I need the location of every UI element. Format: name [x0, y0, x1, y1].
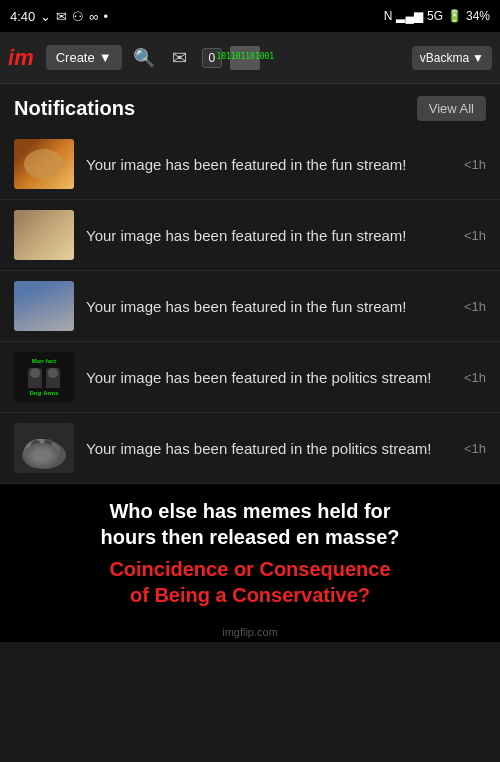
notification-text-2: Your image has been featured in the fun … [86, 225, 452, 246]
status-bar: 4:40 ⌄ ✉ ⚇ ∞ • N ▂▄▆ 5G 🔋 34% [0, 0, 500, 32]
battery-level: 34% [466, 9, 490, 23]
wifi-icon: ⚇ [72, 9, 84, 24]
status-right: N ▂▄▆ 5G 🔋 34% [384, 9, 490, 23]
dots-icon: ∞ [89, 9, 98, 24]
svg-rect-0 [14, 423, 74, 473]
caption-line3: Coincidence or Consequence [109, 558, 390, 580]
notification-item[interactable]: Your image has been featured in the fun … [0, 129, 500, 200]
logo-accent: m [14, 45, 34, 70]
nfc-icon: N [384, 9, 393, 23]
notification-time-5: <1h [464, 441, 486, 456]
dropdown-icon: ⌄ [40, 9, 51, 24]
account-button[interactable]: vBackma ▼ [412, 46, 492, 70]
create-chevron-icon: ▼ [99, 50, 112, 65]
caption-white-text: Who else has memes held for hours then r… [16, 498, 484, 550]
notification-item[interactable]: Your image has been featured in the poli… [0, 413, 500, 484]
notification-thumbnail-1 [14, 139, 74, 189]
caption-line1: Who else has memes held for [109, 500, 390, 522]
nav-bar: im Create ▼ 🔍 ✉ 0 1011 0110 1001 vBackma… [0, 32, 500, 84]
dot-icon: • [104, 9, 109, 24]
watermark: imgflip.com [0, 622, 500, 642]
notification-time-1: <1h [464, 157, 486, 172]
caption-line4: of Being a Conservative? [130, 584, 370, 606]
mail-icon[interactable]: ✉ [166, 44, 194, 72]
pixel-code-icon: 1011 0110 1001 [230, 46, 260, 70]
view-all-button[interactable]: View All [417, 96, 486, 121]
caption-box: Who else has memes held for hours then r… [0, 484, 500, 622]
notification-thumbnail-4: Man fact Dog Arms [14, 352, 74, 402]
network-type: 5G [427, 9, 443, 23]
create-button[interactable]: Create ▼ [46, 45, 122, 70]
notification-thumbnail-5 [14, 423, 74, 473]
notification-text-5: Your image has been featured in the poli… [86, 438, 452, 459]
caption-red-text: Coincidence or Consequence of Being a Co… [16, 556, 484, 608]
battery-icon: 🔋 [447, 9, 462, 23]
notifications-header: Notifications View All [0, 84, 500, 129]
notification-thumbnail-3 [14, 281, 74, 331]
notification-text-4: Your image has been featured in the poli… [86, 367, 452, 388]
status-left: 4:40 ⌄ ✉ ⚇ ∞ • [10, 9, 108, 24]
notification-time-2: <1h [464, 228, 486, 243]
caption-line2: hours then released en masse? [100, 526, 399, 548]
notification-item[interactable]: Man fact Dog Arms Your image has been fe… [0, 342, 500, 413]
signal-bars: ▂▄▆ [396, 9, 423, 23]
account-label: vBackma [420, 51, 469, 65]
message-icon: ✉ [56, 9, 67, 24]
notification-thumbnail-2 [14, 210, 74, 260]
svg-point-4 [31, 440, 41, 450]
search-icon[interactable]: 🔍 [130, 44, 158, 72]
app-logo: im [8, 45, 34, 71]
notification-item[interactable]: Your image has been featured in the fun … [0, 271, 500, 342]
notifications-title: Notifications [14, 97, 135, 120]
svg-point-5 [44, 439, 52, 447]
notification-time-4: <1h [464, 370, 486, 385]
notification-time-3: <1h [464, 299, 486, 314]
create-label: Create [56, 50, 95, 65]
time-display: 4:40 [10, 9, 35, 24]
notification-text-3: Your image has been featured in the fun … [86, 296, 452, 317]
notification-item[interactable]: Your image has been featured in the fun … [0, 200, 500, 271]
account-chevron-icon: ▼ [472, 51, 484, 65]
watermark-text: imgflip.com [222, 626, 278, 638]
notification-text-1: Your image has been featured in the fun … [86, 154, 452, 175]
